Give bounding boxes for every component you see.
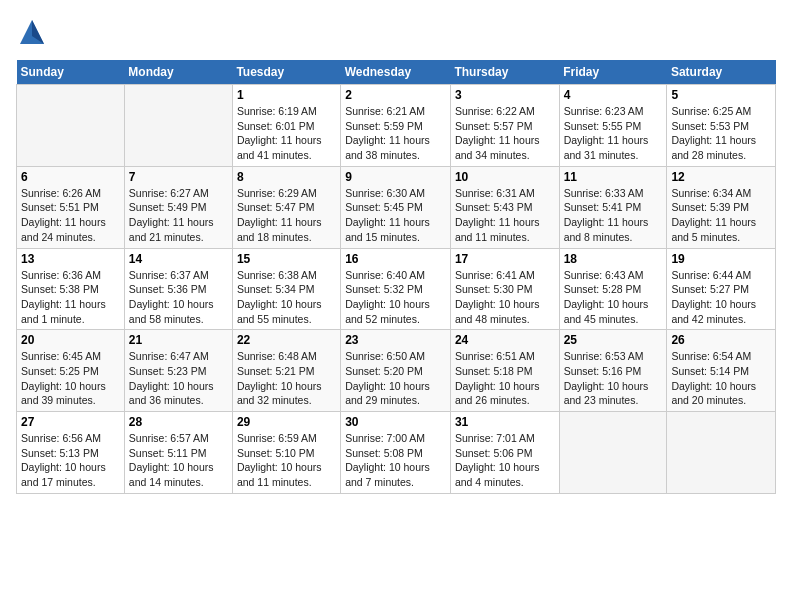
page-header: [16, 16, 776, 48]
calendar-day-cell: [667, 412, 776, 494]
calendar-day-cell: 2Sunrise: 6:21 AMSunset: 5:59 PMDaylight…: [341, 85, 451, 167]
weekday-header: Sunday: [17, 60, 125, 85]
day-number: 2: [345, 88, 446, 102]
calendar-day-cell: 19Sunrise: 6:44 AMSunset: 5:27 PMDayligh…: [667, 248, 776, 330]
day-number: 28: [129, 415, 228, 429]
calendar-week-row: 13Sunrise: 6:36 AMSunset: 5:38 PMDayligh…: [17, 248, 776, 330]
day-number: 3: [455, 88, 555, 102]
day-detail: Sunrise: 6:41 AMSunset: 5:30 PMDaylight:…: [455, 268, 555, 327]
calendar-day-cell: 26Sunrise: 6:54 AMSunset: 5:14 PMDayligh…: [667, 330, 776, 412]
day-number: 18: [564, 252, 663, 266]
day-detail: Sunrise: 6:33 AMSunset: 5:41 PMDaylight:…: [564, 186, 663, 245]
day-number: 29: [237, 415, 336, 429]
day-detail: Sunrise: 6:19 AMSunset: 6:01 PMDaylight:…: [237, 104, 336, 163]
day-number: 9: [345, 170, 446, 184]
day-detail: Sunrise: 6:48 AMSunset: 5:21 PMDaylight:…: [237, 349, 336, 408]
calendar-week-row: 20Sunrise: 6:45 AMSunset: 5:25 PMDayligh…: [17, 330, 776, 412]
day-detail: Sunrise: 6:21 AMSunset: 5:59 PMDaylight:…: [345, 104, 446, 163]
calendar-day-cell: 21Sunrise: 6:47 AMSunset: 5:23 PMDayligh…: [124, 330, 232, 412]
day-detail: Sunrise: 6:51 AMSunset: 5:18 PMDaylight:…: [455, 349, 555, 408]
calendar-day-cell: 14Sunrise: 6:37 AMSunset: 5:36 PMDayligh…: [124, 248, 232, 330]
calendar-week-row: 1Sunrise: 6:19 AMSunset: 6:01 PMDaylight…: [17, 85, 776, 167]
calendar-day-cell: 1Sunrise: 6:19 AMSunset: 6:01 PMDaylight…: [232, 85, 340, 167]
day-number: 21: [129, 333, 228, 347]
day-number: 31: [455, 415, 555, 429]
weekday-header: Monday: [124, 60, 232, 85]
day-detail: Sunrise: 6:37 AMSunset: 5:36 PMDaylight:…: [129, 268, 228, 327]
calendar-day-cell: [124, 85, 232, 167]
calendar-day-cell: 25Sunrise: 6:53 AMSunset: 5:16 PMDayligh…: [559, 330, 667, 412]
day-number: 17: [455, 252, 555, 266]
day-number: 10: [455, 170, 555, 184]
calendar-day-cell: 22Sunrise: 6:48 AMSunset: 5:21 PMDayligh…: [232, 330, 340, 412]
calendar-day-cell: 28Sunrise: 6:57 AMSunset: 5:11 PMDayligh…: [124, 412, 232, 494]
day-detail: Sunrise: 6:40 AMSunset: 5:32 PMDaylight:…: [345, 268, 446, 327]
calendar-day-cell: 18Sunrise: 6:43 AMSunset: 5:28 PMDayligh…: [559, 248, 667, 330]
logo-icon: [16, 16, 48, 48]
day-detail: Sunrise: 7:01 AMSunset: 5:06 PMDaylight:…: [455, 431, 555, 490]
calendar-day-cell: 20Sunrise: 6:45 AMSunset: 5:25 PMDayligh…: [17, 330, 125, 412]
day-number: 12: [671, 170, 771, 184]
calendar-week-row: 27Sunrise: 6:56 AMSunset: 5:13 PMDayligh…: [17, 412, 776, 494]
day-detail: Sunrise: 6:50 AMSunset: 5:20 PMDaylight:…: [345, 349, 446, 408]
calendar-day-cell: 10Sunrise: 6:31 AMSunset: 5:43 PMDayligh…: [450, 166, 559, 248]
weekday-header: Wednesday: [341, 60, 451, 85]
calendar-day-cell: 5Sunrise: 6:25 AMSunset: 5:53 PMDaylight…: [667, 85, 776, 167]
calendar-day-cell: 27Sunrise: 6:56 AMSunset: 5:13 PMDayligh…: [17, 412, 125, 494]
day-number: 23: [345, 333, 446, 347]
day-number: 30: [345, 415, 446, 429]
day-number: 8: [237, 170, 336, 184]
calendar-day-cell: 30Sunrise: 7:00 AMSunset: 5:08 PMDayligh…: [341, 412, 451, 494]
day-number: 19: [671, 252, 771, 266]
calendar-day-cell: 29Sunrise: 6:59 AMSunset: 5:10 PMDayligh…: [232, 412, 340, 494]
day-detail: Sunrise: 6:54 AMSunset: 5:14 PMDaylight:…: [671, 349, 771, 408]
day-number: 7: [129, 170, 228, 184]
day-detail: Sunrise: 6:44 AMSunset: 5:27 PMDaylight:…: [671, 268, 771, 327]
calendar-day-cell: [559, 412, 667, 494]
day-detail: Sunrise: 6:43 AMSunset: 5:28 PMDaylight:…: [564, 268, 663, 327]
day-detail: Sunrise: 6:30 AMSunset: 5:45 PMDaylight:…: [345, 186, 446, 245]
day-number: 5: [671, 88, 771, 102]
day-number: 1: [237, 88, 336, 102]
day-number: 6: [21, 170, 120, 184]
calendar-day-cell: 17Sunrise: 6:41 AMSunset: 5:30 PMDayligh…: [450, 248, 559, 330]
day-detail: Sunrise: 6:47 AMSunset: 5:23 PMDaylight:…: [129, 349, 228, 408]
day-detail: Sunrise: 6:59 AMSunset: 5:10 PMDaylight:…: [237, 431, 336, 490]
calendar-day-cell: 6Sunrise: 6:26 AMSunset: 5:51 PMDaylight…: [17, 166, 125, 248]
day-detail: Sunrise: 6:36 AMSunset: 5:38 PMDaylight:…: [21, 268, 120, 327]
calendar-day-cell: 13Sunrise: 6:36 AMSunset: 5:38 PMDayligh…: [17, 248, 125, 330]
day-number: 4: [564, 88, 663, 102]
calendar-day-cell: 7Sunrise: 6:27 AMSunset: 5:49 PMDaylight…: [124, 166, 232, 248]
day-detail: Sunrise: 6:45 AMSunset: 5:25 PMDaylight:…: [21, 349, 120, 408]
day-detail: Sunrise: 6:22 AMSunset: 5:57 PMDaylight:…: [455, 104, 555, 163]
day-detail: Sunrise: 6:38 AMSunset: 5:34 PMDaylight:…: [237, 268, 336, 327]
day-detail: Sunrise: 6:56 AMSunset: 5:13 PMDaylight:…: [21, 431, 120, 490]
day-number: 25: [564, 333, 663, 347]
day-number: 20: [21, 333, 120, 347]
calendar-day-cell: 16Sunrise: 6:40 AMSunset: 5:32 PMDayligh…: [341, 248, 451, 330]
calendar-table: SundayMondayTuesdayWednesdayThursdayFrid…: [16, 60, 776, 494]
calendar-day-cell: 12Sunrise: 6:34 AMSunset: 5:39 PMDayligh…: [667, 166, 776, 248]
day-number: 27: [21, 415, 120, 429]
calendar-day-cell: 24Sunrise: 6:51 AMSunset: 5:18 PMDayligh…: [450, 330, 559, 412]
day-detail: Sunrise: 6:31 AMSunset: 5:43 PMDaylight:…: [455, 186, 555, 245]
day-detail: Sunrise: 6:27 AMSunset: 5:49 PMDaylight:…: [129, 186, 228, 245]
weekday-header: Tuesday: [232, 60, 340, 85]
day-detail: Sunrise: 6:26 AMSunset: 5:51 PMDaylight:…: [21, 186, 120, 245]
weekday-header: Thursday: [450, 60, 559, 85]
day-detail: Sunrise: 6:34 AMSunset: 5:39 PMDaylight:…: [671, 186, 771, 245]
calendar-day-cell: 4Sunrise: 6:23 AMSunset: 5:55 PMDaylight…: [559, 85, 667, 167]
day-detail: Sunrise: 6:53 AMSunset: 5:16 PMDaylight:…: [564, 349, 663, 408]
day-number: 24: [455, 333, 555, 347]
calendar-day-cell: 31Sunrise: 7:01 AMSunset: 5:06 PMDayligh…: [450, 412, 559, 494]
weekday-header-row: SundayMondayTuesdayWednesdayThursdayFrid…: [17, 60, 776, 85]
day-number: 22: [237, 333, 336, 347]
calendar-day-cell: 9Sunrise: 6:30 AMSunset: 5:45 PMDaylight…: [341, 166, 451, 248]
calendar-day-cell: 15Sunrise: 6:38 AMSunset: 5:34 PMDayligh…: [232, 248, 340, 330]
day-number: 26: [671, 333, 771, 347]
calendar-day-cell: 3Sunrise: 6:22 AMSunset: 5:57 PMDaylight…: [450, 85, 559, 167]
weekday-header: Saturday: [667, 60, 776, 85]
day-detail: Sunrise: 6:23 AMSunset: 5:55 PMDaylight:…: [564, 104, 663, 163]
day-detail: Sunrise: 6:57 AMSunset: 5:11 PMDaylight:…: [129, 431, 228, 490]
logo: [16, 16, 52, 48]
